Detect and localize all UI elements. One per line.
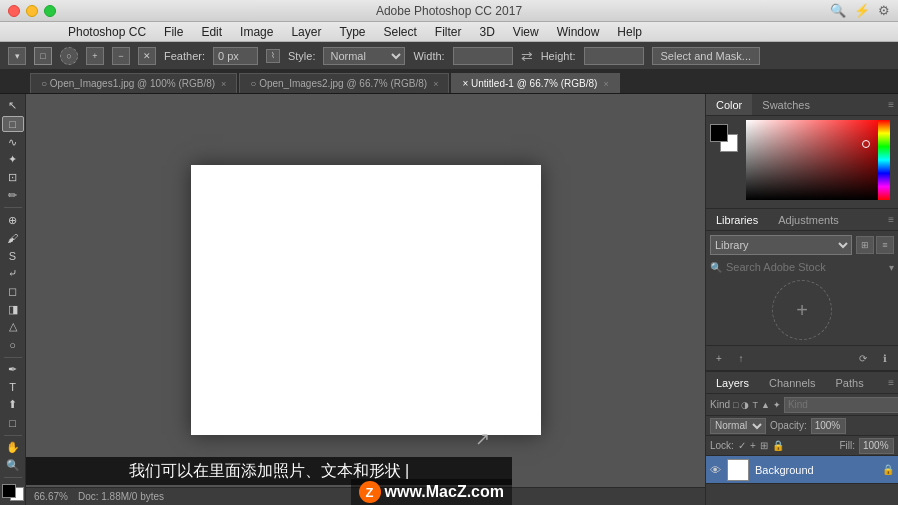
history-brush-tool[interactable]: ⤶ <box>2 266 24 282</box>
tab-open-images2[interactable]: ○ Open_Images2.jpg @ 66.7% (RGB/8) × <box>239 73 449 93</box>
menu-image[interactable]: Image <box>232 23 281 41</box>
tab-channels[interactable]: Channels <box>759 372 825 393</box>
layer-kind-search[interactable] <box>784 397 898 413</box>
swap-dimensions-icon[interactable]: ⇄ <box>521 48 533 64</box>
color-panel-menu[interactable]: ≡ <box>888 99 894 110</box>
minimize-button[interactable] <box>26 5 38 17</box>
kind-pixel-icon[interactable]: □ <box>733 398 738 412</box>
subtract-icon[interactable]: − <box>112 47 130 65</box>
close-tab-2[interactable]: × <box>433 79 438 89</box>
add-library-btn[interactable]: + <box>710 349 728 367</box>
lock-position-icon[interactable]: + <box>750 440 756 451</box>
gear-icon[interactable]: ⚙ <box>878 3 890 18</box>
move-tool[interactable]: ↖ <box>2 98 24 114</box>
menu-layer[interactable]: Layer <box>283 23 329 41</box>
libraries-panel-menu[interactable]: ≡ <box>888 214 894 225</box>
canvas-area[interactable]: 66.67% Doc: 1.88M/0 bytes 我们可以在里面添加照片、文本… <box>26 94 705 505</box>
menu-type[interactable]: Type <box>331 23 373 41</box>
tab-color[interactable]: Color <box>706 94 752 115</box>
menu-filter[interactable]: Filter <box>427 23 470 41</box>
opacity-input[interactable] <box>811 418 846 434</box>
kind-adjust-icon[interactable]: ◑ <box>741 398 749 412</box>
menu-edit[interactable]: Edit <box>193 23 230 41</box>
tab-untitled[interactable]: × Untitled-1 @ 66.7% (RGB/8) × <box>451 73 619 93</box>
marquee-tool[interactable]: □ <box>2 116 24 132</box>
select-and-mask-button[interactable]: Select and Mask... <box>652 47 761 65</box>
eraser-tool[interactable]: ◻ <box>2 283 24 299</box>
maximize-button[interactable] <box>44 5 56 17</box>
search-icon[interactable]: 🔍 <box>830 3 846 18</box>
close-tab-3[interactable]: × <box>603 79 608 89</box>
tab-layers[interactable]: Layers <box>706 372 759 393</box>
menu-file[interactable]: File <box>156 23 191 41</box>
lasso-tool[interactable]: ∿ <box>2 134 24 150</box>
kind-shape-icon[interactable]: ▲ <box>761 398 770 412</box>
layer-name[interactable]: Background <box>755 464 876 476</box>
library-select[interactable]: Library <box>710 235 852 255</box>
layer-row-background[interactable]: 👁 Background 🔒 <box>706 456 898 484</box>
blend-mode-select[interactable]: Normal Multiply Screen <box>710 418 766 434</box>
close-button[interactable] <box>8 5 20 17</box>
spectrum-saturation[interactable] <box>746 120 886 200</box>
search-dropdown-icon[interactable]: ▾ <box>889 262 894 273</box>
layers-panel-menu[interactable]: ≡ <box>888 377 894 388</box>
kind-text-icon[interactable]: T <box>752 398 758 412</box>
eyedropper-tool[interactable]: ✏ <box>2 188 24 204</box>
spectrum-hue-bar[interactable] <box>878 120 890 200</box>
feather-input[interactable] <box>213 47 258 65</box>
text-tool[interactable]: T <box>2 379 24 395</box>
lock-pixels-icon[interactable]: ✓ <box>738 440 746 451</box>
library-info-icon[interactable]: ℹ <box>876 349 894 367</box>
zoom-tool[interactable]: 🔍 <box>2 457 24 473</box>
library-search-input[interactable] <box>726 261 885 273</box>
tab-swatches[interactable]: Swatches <box>752 94 820 115</box>
blur-tool[interactable]: △ <box>2 319 24 335</box>
hand-tool[interactable]: ✋ <box>2 439 24 455</box>
add-icon[interactable]: + <box>86 47 104 65</box>
clone-stamp-tool[interactable]: S <box>2 248 24 264</box>
tab-libraries[interactable]: Libraries <box>706 209 768 230</box>
upload-library-btn[interactable]: ↑ <box>732 349 750 367</box>
add-library-item[interactable]: + <box>772 280 832 340</box>
marquee-ellipse-icon[interactable]: ○ <box>60 47 78 65</box>
intersect-icon[interactable]: ✕ <box>138 47 156 65</box>
style-select[interactable]: Normal Fixed Ratio Fixed Size <box>323 47 405 65</box>
tab-open-images1[interactable]: ○ Open_Images1.jpg @ 100% (RGB/8) × <box>30 73 237 93</box>
menu-help[interactable]: Help <box>609 23 650 41</box>
menu-select[interactable]: Select <box>375 23 424 41</box>
layer-thumbnail[interactable] <box>727 459 749 481</box>
fg-color-swatch[interactable] <box>2 484 16 498</box>
canvas-surface[interactable] <box>191 165 541 435</box>
menu-window[interactable]: Window <box>549 23 608 41</box>
list-view-icon[interactable]: ≡ <box>876 236 894 254</box>
spot-heal-tool[interactable]: ⊕ <box>2 212 24 228</box>
shape-tool[interactable]: □ <box>2 415 24 431</box>
width-input[interactable] <box>453 47 513 65</box>
brush-tool[interactable]: 🖌 <box>2 230 24 246</box>
lock-artboard-icon[interactable]: ⊞ <box>760 440 768 451</box>
menu-3d[interactable]: 3D <box>472 23 503 41</box>
path-select-tool[interactable]: ⬆ <box>2 397 24 413</box>
quick-select-tool[interactable]: ✦ <box>2 152 24 168</box>
library-sync-icon[interactable]: ⟳ <box>854 349 872 367</box>
fill-input[interactable] <box>859 438 894 454</box>
panel-fg-swatch[interactable] <box>710 124 728 142</box>
grid-view-icon[interactable]: ⊞ <box>856 236 874 254</box>
color-spectrum-container[interactable] <box>746 120 890 200</box>
dodge-tool[interactable]: ○ <box>2 337 24 353</box>
tool-preset-icon[interactable]: ▾ <box>8 47 26 65</box>
tab-adjustments[interactable]: Adjustments <box>768 209 849 230</box>
crop-tool[interactable]: ⊡ <box>2 170 24 186</box>
lock-all-icon[interactable]: 🔒 <box>772 440 784 451</box>
tab-paths[interactable]: Paths <box>826 372 874 393</box>
pen-tool[interactable]: ✒ <box>2 361 24 377</box>
anti-alias-icon[interactable]: ⌇ <box>266 49 280 63</box>
layer-visibility-icon[interactable]: 👁 <box>710 464 721 476</box>
height-input[interactable] <box>584 47 644 65</box>
gradient-tool[interactable]: ◨ <box>2 301 24 317</box>
menu-view[interactable]: View <box>505 23 547 41</box>
marquee-rect-icon[interactable]: □ <box>34 47 52 65</box>
close-tab-1[interactable]: × <box>221 79 226 89</box>
kind-smart-icon[interactable]: ✦ <box>773 398 781 412</box>
menu-photoshop[interactable]: Photoshop CC <box>60 23 154 41</box>
